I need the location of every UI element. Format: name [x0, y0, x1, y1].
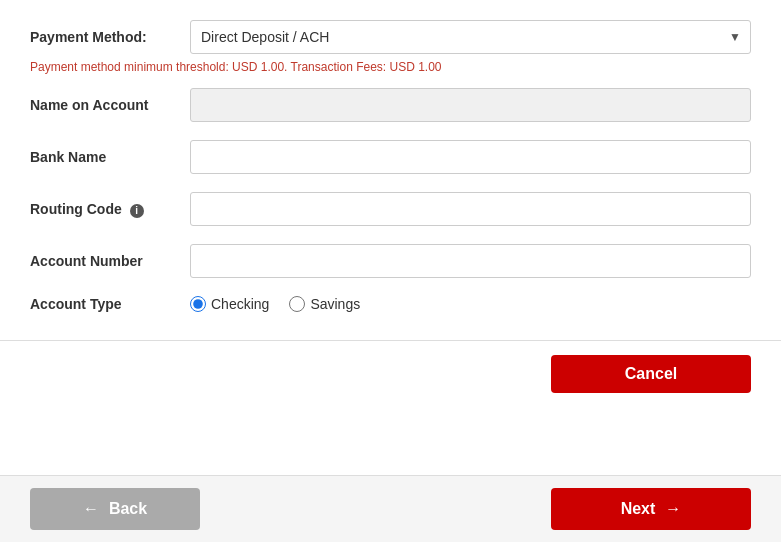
- back-arrow-icon: ←: [83, 500, 99, 518]
- account-number-label: Account Number: [30, 253, 190, 269]
- threshold-notice: Payment method minimum threshold: USD 1.…: [30, 60, 751, 74]
- bank-name-input[interactable]: [190, 140, 751, 174]
- bank-name-row: Bank Name: [30, 140, 751, 174]
- bank-name-label: Bank Name: [30, 149, 190, 165]
- next-button[interactable]: Next →: [551, 488, 751, 530]
- back-button[interactable]: ← Back: [30, 488, 200, 530]
- payment-method-row: Payment Method: Direct Deposit / ACH Che…: [30, 20, 751, 54]
- payment-method-label: Payment Method:: [30, 29, 190, 45]
- back-button-label: Back: [109, 500, 147, 518]
- savings-label: Savings: [310, 296, 360, 312]
- payment-method-select-wrapper: Direct Deposit / ACH Check Wire Transfer…: [190, 20, 751, 54]
- routing-code-input[interactable]: [190, 192, 751, 226]
- name-on-account-row: Name on Account: [30, 88, 751, 122]
- action-buttons-area: Cancel: [0, 341, 781, 403]
- savings-radio[interactable]: [289, 296, 305, 312]
- name-on-account-input[interactable]: [190, 88, 751, 122]
- savings-radio-label[interactable]: Savings: [289, 296, 360, 312]
- main-form: Payment Method: Direct Deposit / ACH Che…: [0, 0, 781, 341]
- checking-radio-label[interactable]: Checking: [190, 296, 269, 312]
- routing-code-label: Routing Code i: [30, 201, 190, 218]
- routing-code-info-icon[interactable]: i: [130, 204, 144, 218]
- account-type-row: Account Type Checking Savings: [30, 296, 751, 312]
- next-button-label: Next: [621, 500, 656, 518]
- routing-code-row: Routing Code i: [30, 192, 751, 226]
- payment-method-select[interactable]: Direct Deposit / ACH Check Wire Transfer…: [190, 20, 751, 54]
- account-type-radio-group: Checking Savings: [190, 296, 360, 312]
- checking-radio[interactable]: [190, 296, 206, 312]
- name-on-account-label: Name on Account: [30, 97, 190, 113]
- account-number-row: Account Number: [30, 244, 751, 278]
- next-arrow-icon: →: [665, 500, 681, 518]
- bottom-bar: ← Back Next →: [0, 475, 781, 542]
- account-type-label: Account Type: [30, 296, 190, 312]
- account-number-input[interactable]: [190, 244, 751, 278]
- cancel-button[interactable]: Cancel: [551, 355, 751, 393]
- checking-label: Checking: [211, 296, 269, 312]
